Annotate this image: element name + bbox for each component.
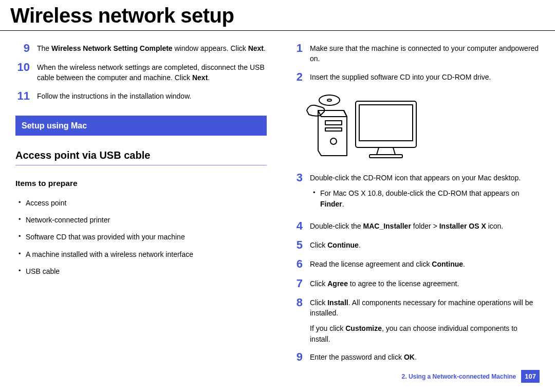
step: 8Click Install. All components necessary…	[288, 296, 540, 344]
svg-point-6	[319, 95, 340, 105]
step-number: 1	[288, 42, 303, 64]
section-banner: Setup using Mac	[15, 116, 267, 136]
step-note: If you click Customize, you can choose i…	[310, 323, 540, 344]
step-body: Double-click the CD-ROM icon that appear…	[310, 172, 540, 213]
step: 10When the wireless network settings are…	[15, 61, 267, 83]
step-number: 9	[15, 42, 30, 54]
footer-chapter: 2. Using a Network-connected Machine	[402, 373, 516, 380]
step: 11Follow the instructions in the install…	[15, 90, 267, 102]
step-number: 5	[288, 239, 303, 251]
left-column: 9The Wireless Network Setting Complete w…	[15, 42, 267, 370]
step-body: Click Install. All components necessary …	[310, 296, 540, 344]
right-steps-b: 3Double-click the CD-ROM icon that appea…	[288, 172, 540, 363]
step-number: 4	[288, 220, 303, 232]
page-footer: 2. Using a Network-connected Machine 107	[402, 370, 540, 383]
step-number: 11	[15, 90, 30, 102]
step: 3Double-click the CD-ROM icon that appea…	[288, 172, 540, 213]
left-steps: 9The Wireless Network Setting Complete w…	[15, 42, 267, 102]
step-body: Make sure that the machine is connected …	[310, 42, 540, 64]
computer-cd-illustration	[302, 90, 540, 164]
step-body: The Wireless Network Setting Complete wi…	[37, 42, 267, 54]
step-number: 8	[288, 296, 303, 344]
svg-point-5	[330, 138, 337, 144]
list-item: A machine installed with a wireless netw…	[15, 249, 267, 259]
svg-rect-4	[325, 128, 342, 131]
step-number: 3	[288, 172, 303, 213]
step-number: 2	[288, 71, 303, 83]
right-column: 1Make sure that the machine is connected…	[288, 42, 540, 370]
items-list: Access pointNetwork-connected printerSof…	[15, 198, 267, 276]
step-number: 9	[288, 351, 303, 363]
svg-rect-3	[325, 121, 342, 125]
step-number: 10	[15, 61, 30, 83]
step: 1Make sure that the machine is connected…	[288, 42, 540, 64]
step-body: Insert the supplied software CD into you…	[310, 71, 540, 83]
list-item: USB cable	[15, 266, 267, 276]
step-body: Read the license agreement and click Con…	[310, 258, 540, 270]
step-body: Click Agree to agree to the license agre…	[310, 277, 540, 290]
step-body: Click Continue.	[310, 239, 540, 251]
step-body: Enter the password and click OK.	[310, 351, 540, 363]
list-item: For Mac OS X 10.8, double-click the CD-R…	[310, 188, 540, 209]
step: 9The Wireless Network Setting Complete w…	[15, 42, 267, 54]
list-item: Software CD that was provided with your …	[15, 232, 267, 242]
heading-rule	[15, 165, 267, 165]
list-item: Network-connected printer	[15, 215, 267, 225]
svg-rect-1	[359, 105, 413, 141]
step: 6Read the license agreement and click Co…	[288, 258, 540, 270]
svg-rect-2	[369, 155, 402, 158]
step-number: 7	[288, 277, 303, 290]
right-steps-a: 1Make sure that the machine is connected…	[288, 42, 540, 83]
step-number: 6	[288, 258, 303, 270]
svg-point-7	[327, 99, 331, 101]
step: 4Double-click the MAC_Installer folder >…	[288, 220, 540, 232]
step: 7Click Agree to agree to the license agr…	[288, 277, 540, 290]
step-body: Double-click the MAC_Installer folder > …	[310, 220, 540, 232]
step: 9Enter the password and click OK.	[288, 351, 540, 363]
items-heading: Items to prepare	[15, 178, 267, 189]
list-item: Access point	[15, 198, 267, 208]
step: 5Click Continue.	[288, 239, 540, 251]
step-body: When the wireless network settings are c…	[37, 61, 267, 83]
page-number: 107	[521, 370, 540, 383]
step: 2Insert the supplied software CD into yo…	[288, 71, 540, 83]
sub-heading: Access point via USB cable	[15, 148, 267, 163]
step-sublist: For Mac OS X 10.8, double-click the CD-R…	[310, 188, 540, 209]
page-title: Wireless network setup	[0, 0, 555, 31]
step-body: Follow the instructions in the installat…	[37, 90, 267, 102]
content-columns: 9The Wireless Network Setting Complete w…	[0, 31, 555, 370]
